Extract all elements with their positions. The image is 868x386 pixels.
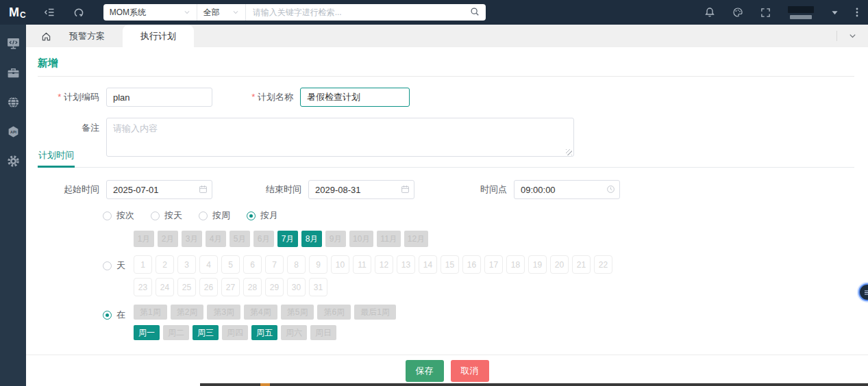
radio-label: 天 [116,259,125,272]
day-mode-row: 天 12345678910111213141516171819202122232… [103,255,854,296]
monitor-code-icon[interactable] [5,35,21,51]
day-button[interactable]: 12 [375,255,393,274]
tab-plan-time[interactable]: 计划时间 [38,146,75,168]
collapse-menu-icon[interactable] [44,7,55,18]
search-input[interactable] [246,8,470,17]
radio-day-of-month[interactable]: 天 [103,259,134,272]
week-button[interactable]: 最后1周 [354,305,396,320]
month-button[interactable]: 12月 [404,231,428,247]
month-button[interactable]: 6月 [253,231,274,247]
time-row: 起始时间 2025-07-01 结束时间 2029-08-31 时间点 09:0… [38,180,854,199]
day-button[interactable]: 17 [484,255,503,274]
day-button[interactable]: 23 [134,278,152,296]
day-button[interactable]: 22 [594,255,612,274]
radio-by-month[interactable]: 按月 [247,209,278,222]
plan-code-input[interactable] [106,88,212,107]
briefcase-icon[interactable] [5,64,21,81]
month-button[interactable]: 7月 [277,231,298,247]
radio-label: 在 [116,309,125,321]
day-button[interactable]: 29 [265,278,284,296]
day-button[interactable]: 13 [397,255,415,274]
home-icon[interactable] [41,31,51,42]
weekday-button[interactable]: 周四 [222,325,248,340]
day-button[interactable]: 16 [462,255,481,274]
tabbar-chevron-down-icon[interactable] [837,31,868,40]
day-button[interactable]: 8 [287,255,306,274]
fullscreen-icon[interactable] [760,8,771,18]
day-button[interactable]: 4 [199,255,218,274]
day-button[interactable]: 3 [177,255,196,274]
search-icon[interactable] [470,7,480,18]
month-button[interactable]: 8月 [301,231,322,247]
user-avatar[interactable] [788,6,814,19]
day-button[interactable]: 9 [309,255,327,274]
start-date-picker[interactable]: 2025-07-01 [106,180,212,199]
month-button[interactable]: 11月 [377,231,400,247]
day-button[interactable]: 28 [243,278,262,296]
theme-palette-icon[interactable] [732,7,743,18]
bell-icon[interactable] [704,7,715,18]
remark-textarea[interactable] [106,118,574,157]
day-button[interactable]: 2 [156,255,174,274]
radio-by-day[interactable]: 按天 [151,209,182,222]
time-point-picker[interactable]: 09:00:00 [514,180,620,199]
day-button[interactable]: 10 [331,255,349,274]
day-button[interactable]: 20 [550,255,569,274]
day-button[interactable]: 27 [221,278,240,296]
day-button[interactable]: 1 [134,255,152,274]
weekday-button[interactable]: 周一 [134,325,160,340]
weekday-button[interactable]: 周二 [163,325,189,340]
gear-icon[interactable] [5,153,21,169]
weekday-button[interactable]: 周六 [281,325,307,340]
month-button[interactable]: 9月 [325,231,346,247]
user-caret-down-icon[interactable] [831,10,839,16]
globe-icon[interactable] [5,94,21,110]
day-button[interactable]: 24 [156,278,174,296]
week-button[interactable]: 第2周 [171,305,204,320]
week-button[interactable]: 第3周 [207,305,240,320]
cancel-button[interactable]: 取消 [451,360,489,382]
tab-alert-plan[interactable]: 预警方案 [51,25,123,47]
radio-by-week[interactable]: 按周 [199,209,230,222]
radio-on-week[interactable]: 在 [103,309,134,321]
plan-code-label: 计划编码 [38,91,106,103]
day-button[interactable]: 19 [528,255,547,274]
day-button[interactable]: 21 [572,255,591,274]
weekday-button[interactable]: 周三 [193,325,219,340]
plan-name-input[interactable] [300,88,410,107]
refresh-icon[interactable] [73,7,84,18]
day-button[interactable]: 7 [265,255,284,274]
month-button[interactable]: 5月 [230,231,250,247]
day-button[interactable]: 15 [441,255,459,274]
day-button[interactable]: 31 [309,278,327,296]
month-button[interactable]: 3月 [182,231,202,247]
month-button[interactable]: 4月 [206,231,226,247]
day-button[interactable]: 26 [199,278,218,296]
week-button[interactable]: 第4周 [244,305,277,320]
save-button[interactable]: 保存 [406,360,444,382]
week-button[interactable]: 第1周 [134,305,167,320]
tab-execution-plan[interactable]: 执行计划 [123,25,194,47]
day-button[interactable]: 18 [506,255,525,274]
day-button[interactable]: 5 [221,255,240,274]
weekday-button[interactable]: 周日 [310,325,336,340]
day-button[interactable]: 30 [287,278,306,296]
day-button[interactable]: 6 [243,255,262,274]
week-button[interactable]: 第5周 [281,305,314,320]
month-button[interactable]: 2月 [158,231,178,247]
form-footer: 保存 取消 [26,355,868,386]
scope-select[interactable]: 全部 [197,4,245,21]
more-kebab-icon[interactable] [856,7,858,18]
end-date-picker[interactable]: 2029-08-31 [308,180,414,199]
month-button[interactable]: 1月 [134,231,154,247]
weekday-button[interactable]: 周五 [251,325,277,340]
day-button[interactable]: 14 [419,255,437,274]
month-button[interactable]: 10月 [349,231,373,247]
radio-by-times[interactable]: 按次 [103,209,134,222]
api-icon[interactable]: API [5,123,21,140]
day-button[interactable]: 25 [177,278,196,296]
day-button[interactable]: 11 [353,255,371,274]
system-select[interactable]: MOM系统 [103,4,197,21]
week-button[interactable]: 第6周 [317,305,351,320]
topbar-right-actions [704,6,858,19]
